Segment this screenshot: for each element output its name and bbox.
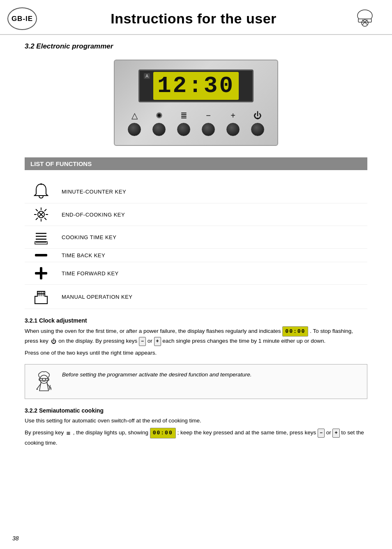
clock-adjustment-para2: Press one of the two keys until the righ… xyxy=(25,348,367,358)
minus-icon: − xyxy=(206,111,211,120)
svg-point-35 xyxy=(45,379,46,380)
cooktime-label: COOKING TIME KEY xyxy=(62,234,116,240)
plus-key-inline: + xyxy=(154,337,161,346)
plus-icon: + xyxy=(231,111,235,120)
timeback-label: TIME BACK KEY xyxy=(62,252,105,258)
btn-cooktime: ≣ xyxy=(177,111,190,136)
manual-icon: ⏻ xyxy=(254,111,262,120)
endcook-function-icon xyxy=(25,207,58,222)
minute-counter-label: MINUTE-COUNTER KEY xyxy=(62,189,126,195)
function-row-timeback: TIME BACK KEY xyxy=(25,249,367,262)
function-list: MINUTE-COUNTER KEY xyxy=(25,180,367,309)
function-row-endcook: END-OF-COOKING KEY xyxy=(25,203,367,226)
btn-minus: − xyxy=(202,111,215,136)
power-key-inline: ⏻ xyxy=(51,337,56,346)
svg-line-13 xyxy=(44,209,46,211)
bell-icon: △ xyxy=(131,111,138,120)
display-time: 12:30 xyxy=(153,72,239,100)
clock-adjustment-para1: When using the oven for the first time, … xyxy=(25,326,367,346)
btn-plus: + xyxy=(226,111,240,136)
svg-rect-24 xyxy=(40,267,42,279)
display-0000-1: 00:00 xyxy=(282,326,308,337)
semi-cooking-para1: Use this setting for automatic oven swit… xyxy=(25,416,367,425)
endcook-icon: ✺ xyxy=(156,111,163,120)
minus-button[interactable] xyxy=(202,123,215,136)
display-label-a: A xyxy=(144,73,150,79)
minus-key-inline: − xyxy=(139,337,146,346)
logo: GB-IE xyxy=(7,7,37,30)
svg-line-11 xyxy=(36,209,38,211)
timeforward-label: TIME FORWARD KEY xyxy=(62,270,119,277)
function-row-minute-counter: MINUTE-COUNTER KEY xyxy=(25,180,367,203)
page-title: Instructions for the user xyxy=(37,11,350,27)
display-screen: A 12:30 xyxy=(138,69,254,102)
svg-rect-22 xyxy=(35,254,47,256)
endcook-button[interactable] xyxy=(152,123,166,136)
function-row-cooktime: COOKING TIME KEY xyxy=(25,226,367,249)
semi-cooking-title: 3.2.2 Semiautomatic cooking xyxy=(25,407,367,414)
timeforward-function-icon xyxy=(25,265,58,281)
clock-adjustment-title: 3.2.1 Clock adjustment xyxy=(25,317,367,324)
function-row-timeforward: TIME FORWARD KEY xyxy=(25,262,367,285)
minus-key-inline-2: − xyxy=(318,429,325,438)
timeback-function-icon xyxy=(25,252,58,258)
header-icon xyxy=(350,7,380,30)
manual-label: MANUAL OPERATION KEY xyxy=(62,294,133,300)
display-0000-2: 00:00 xyxy=(150,428,176,438)
svg-point-34 xyxy=(42,379,43,380)
cooktime-button[interactable] xyxy=(177,123,190,136)
cooktime-icon: ≣ xyxy=(180,111,187,120)
buttons-row: △ ✺ ≣ − + ⏻ xyxy=(128,111,264,136)
page-header: GB-IE Instructions for the user xyxy=(0,0,392,35)
btn-manual: ⏻ xyxy=(251,111,264,136)
main-content: 3.2 Electronic programmer A 12:30 △ ✺ ≣ … xyxy=(0,42,392,462)
manual-button[interactable] xyxy=(251,123,264,136)
section-title: 3.2 Electronic programmer xyxy=(25,42,367,51)
endcook-label: END-OF-COOKING KEY xyxy=(62,212,125,218)
plus-key-inline-2: + xyxy=(332,429,339,438)
svg-line-12 xyxy=(44,218,46,220)
cooktime-function-icon xyxy=(25,229,58,245)
bell-button[interactable] xyxy=(128,123,141,136)
svg-line-14 xyxy=(36,218,38,220)
manual-function-icon xyxy=(25,288,58,305)
note-box: Before setting the programmer activate t… xyxy=(25,364,367,399)
functions-header: LIST OF FUNCTIONS xyxy=(25,157,367,170)
btn-endcook: ✺ xyxy=(152,111,166,136)
minute-counter-icon xyxy=(25,183,58,200)
plus-button[interactable] xyxy=(226,123,240,136)
svg-rect-1 xyxy=(358,19,371,22)
programmer-display-image: A 12:30 △ ✺ ≣ − + xyxy=(114,60,278,146)
semi-cooking-para2: By pressing key ≣ , the display lights u… xyxy=(25,428,367,448)
function-row-manual: MANUAL OPERATION KEY xyxy=(25,285,367,309)
btn-bell: △ xyxy=(128,111,141,136)
page-number: 38 xyxy=(12,535,19,542)
functions-table: LIST OF FUNCTIONS xyxy=(25,157,367,170)
cooktime-key-inline: ≣ xyxy=(66,429,71,437)
note-text: Before setting the programmer activate t… xyxy=(62,370,252,379)
chef-note-icon xyxy=(32,370,56,393)
svg-rect-30 xyxy=(39,378,49,381)
